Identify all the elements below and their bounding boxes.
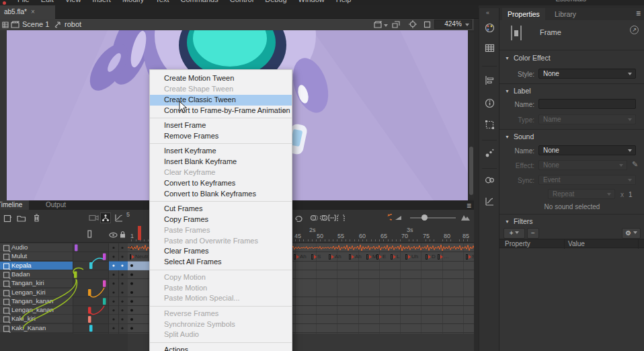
menu-window[interactable]: Window bbox=[298, 0, 325, 3]
menu-edit[interactable]: Edit bbox=[41, 0, 54, 3]
info-panel-icon[interactable] bbox=[485, 98, 495, 108]
repeat-times-value[interactable]: 1 bbox=[629, 191, 633, 198]
close-tab-icon[interactable]: × bbox=[31, 8, 35, 15]
zoom-slider-knob[interactable] bbox=[421, 214, 428, 221]
lipsync-keyframe[interactable]: S bbox=[311, 252, 321, 261]
menu-item-copy-frames[interactable]: Copy Frames bbox=[150, 214, 292, 225]
menu-file[interactable]: File bbox=[17, 0, 30, 3]
lipsync-keyframe[interactable]: S bbox=[466, 252, 474, 261]
step-back-icon[interactable] bbox=[383, 213, 392, 222]
lipsync-keyframe[interactable]: Ah bbox=[349, 252, 362, 261]
document-tab[interactable]: ab5.fla*× bbox=[0, 5, 55, 19]
menu-commands[interactable]: Commands bbox=[180, 0, 218, 3]
menu-item-convert-to-blank-keyframes[interactable]: Convert to Blank Keyframes bbox=[150, 189, 292, 200]
remove-filter-button[interactable]: − bbox=[527, 228, 539, 239]
new-layer-icon[interactable] bbox=[3, 214, 12, 223]
outline-view-icon[interactable] bbox=[424, 21, 431, 28]
menu-item-remove-frames[interactable]: Remove Frames bbox=[150, 131, 292, 142]
edit-sound-pencil-icon[interactable]: ✎ bbox=[632, 160, 638, 169]
graph-editor-icon[interactable] bbox=[114, 213, 124, 223]
lipsync-keyframe[interactable]: E bbox=[376, 252, 386, 261]
menu-item-create-classic-tween[interactable]: Create Classic Tween bbox=[150, 95, 292, 106]
breadcrumb-symbol[interactable]: robot bbox=[65, 20, 81, 28]
layer-parenting-view-button[interactable] bbox=[100, 212, 111, 223]
filter-options-gear-button[interactable]: ⚙ bbox=[622, 228, 641, 239]
menu-item-insert-blank-keyframe[interactable]: Insert Blank Keyframe bbox=[150, 157, 292, 167]
motion-editor-icon[interactable] bbox=[485, 196, 495, 206]
menu-item-clear-frames[interactable]: Clear Frames bbox=[150, 246, 292, 257]
creative-cloud-icon[interactable] bbox=[485, 175, 495, 185]
lipsync-keyframe[interactable]: D bbox=[426, 252, 436, 261]
panel-menu-icon[interactable]: ≡ bbox=[636, 9, 641, 18]
menu-item-cut-frames[interactable]: Cut Frames bbox=[150, 204, 292, 214]
section-color-effect[interactable]: ▼Color Effect bbox=[505, 54, 551, 62]
menu-text[interactable]: Text bbox=[155, 0, 169, 3]
menu-view[interactable]: View bbox=[65, 0, 81, 3]
edit-multiple-frames-icon[interactable] bbox=[328, 214, 336, 222]
tab-output[interactable]: Output bbox=[39, 200, 73, 210]
menu-insert[interactable]: Insert bbox=[92, 0, 111, 3]
menu-item-actions[interactable]: Actions bbox=[150, 345, 292, 351]
swatches-panel-icon[interactable] bbox=[485, 43, 495, 53]
color-panel-icon[interactable] bbox=[485, 23, 495, 33]
breadcrumb-scene[interactable]: Scene 1 bbox=[22, 20, 49, 28]
tab-timeline[interactable]: Timeline bbox=[0, 200, 29, 210]
scrollbar-thumb[interactable] bbox=[469, 147, 473, 195]
grid-icon[interactable] bbox=[2, 22, 9, 28]
menu-item-insert-keyframe[interactable]: Insert Keyframe bbox=[150, 146, 292, 157]
lock-icon[interactable] bbox=[119, 231, 126, 239]
align-panel-icon[interactable] bbox=[485, 75, 495, 85]
selected-object-type: Frame bbox=[540, 28, 561, 36]
menu-item-create-motion-tween[interactable]: Create Motion Tween bbox=[150, 73, 292, 84]
center-frame-icon[interactable] bbox=[409, 20, 417, 28]
edit-symbols-icon[interactable] bbox=[392, 21, 401, 28]
stage-vertical-scrollbar[interactable] bbox=[469, 32, 474, 198]
section-filters[interactable]: ▼Filters bbox=[505, 217, 533, 225]
label-name-input[interactable] bbox=[538, 99, 636, 109]
zoom-in-mountains-icon[interactable] bbox=[460, 213, 471, 221]
onion-skin-outline-icon[interactable] bbox=[319, 214, 327, 222]
edit-scene-icon[interactable] bbox=[374, 21, 383, 28]
lipsync-keyframe[interactable]: M bbox=[366, 252, 377, 261]
menu-control[interactable]: Control bbox=[230, 0, 253, 3]
lipsync-keyframe[interactable]: Ah bbox=[329, 252, 341, 261]
modify-markers-icon[interactable] bbox=[337, 214, 345, 222]
brush-library-icon[interactable] bbox=[485, 148, 495, 158]
style-select[interactable]: None bbox=[538, 69, 636, 79]
expand-panels-icon[interactable]: « bbox=[486, 9, 489, 16]
delete-layer-trash-icon[interactable] bbox=[33, 213, 40, 222]
workspace-switcher[interactable]: Essentials bbox=[555, 0, 586, 3]
camera-icon[interactable] bbox=[89, 214, 99, 221]
timeline-menu-icon[interactable]: ≡ bbox=[467, 201, 471, 210]
convert-arrow-icon[interactable]: ↗ bbox=[630, 26, 639, 34]
menu-item-convert-frame-by-frame[interactable]: Convert to Frame-by-Frame Animation› bbox=[150, 106, 292, 116]
lipsync-keyframe[interactable]: L bbox=[391, 252, 399, 261]
menu-modify[interactable]: Modify bbox=[122, 0, 144, 3]
eye-visibility-icon[interactable] bbox=[109, 232, 118, 238]
menu-item-insert-frame[interactable]: Insert Frame bbox=[150, 120, 292, 131]
add-filter-button[interactable]: + bbox=[504, 228, 525, 239]
mouse-cursor bbox=[179, 101, 188, 114]
loop-playback-icon[interactable] bbox=[294, 214, 303, 222]
menu-debug[interactable]: Debug bbox=[265, 0, 286, 3]
sound-status-text: No sound selected bbox=[499, 203, 644, 210]
menu-item-select-all-frames[interactable]: Select All Frames bbox=[150, 257, 292, 268]
menu-help[interactable]: Help bbox=[336, 0, 352, 3]
menu-item-create-shape-tween: Create Shape Tween bbox=[150, 84, 292, 95]
zoom-out-wedge-icon[interactable] bbox=[395, 215, 402, 221]
transform-panel-icon[interactable] bbox=[485, 120, 495, 130]
menu-item-convert-to-keyframes[interactable]: Convert to Keyframes bbox=[150, 178, 292, 189]
tab-properties[interactable]: Properties bbox=[502, 8, 545, 20]
section-sound[interactable]: ▼Sound bbox=[505, 132, 534, 141]
lipsync-keyframe[interactable]: Ah bbox=[294, 252, 307, 261]
new-folder-icon[interactable] bbox=[17, 214, 26, 222]
lipsync-keyframe[interactable]: Uh bbox=[405, 252, 418, 261]
lipsync-keyframe[interactable]: Neutral bbox=[130, 252, 149, 261]
section-label[interactable]: ▼Label bbox=[505, 87, 531, 95]
timeline-zoom-slider[interactable] bbox=[410, 217, 456, 219]
sound-name-select[interactable]: None bbox=[538, 145, 636, 155]
onion-skin-icon[interactable] bbox=[310, 214, 318, 222]
lipsync-keyframe[interactable]: … bbox=[438, 252, 449, 261]
playhead[interactable] bbox=[138, 226, 141, 240]
tab-library[interactable]: Library bbox=[549, 8, 581, 20]
